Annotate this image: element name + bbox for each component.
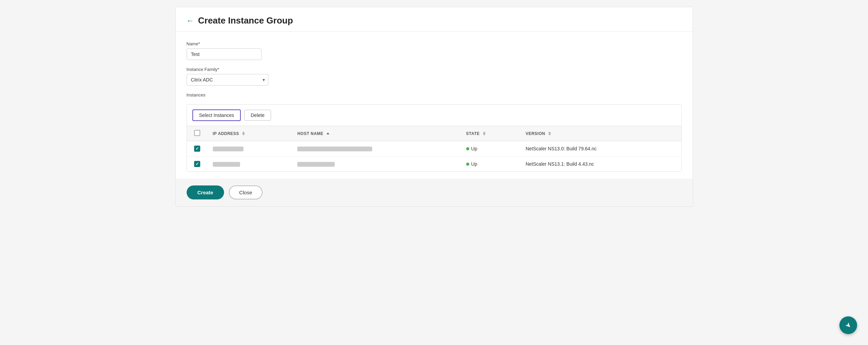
row2-ip — [207, 156, 292, 172]
row1-ip — [207, 141, 292, 156]
back-button[interactable]: ← — [187, 17, 194, 25]
select-all-checkbox[interactable] — [194, 130, 200, 136]
th-state: STATE — [461, 126, 520, 141]
row1-state: Up — [461, 141, 520, 156]
row2-hostname-blurred — [297, 162, 335, 167]
name-label: Name* — [187, 41, 682, 46]
row2-state: Up — [461, 156, 520, 172]
status-up-dot-2 — [466, 163, 469, 166]
status-up-label: Up — [471, 146, 477, 151]
th-checkbox — [187, 126, 207, 141]
name-input[interactable] — [187, 48, 262, 60]
th-host-name: HOST NAME — [292, 126, 460, 141]
table-row: Up NetScaler NS13.0: Build 79.64.nc — [187, 141, 681, 156]
row1-checkbox[interactable] — [194, 146, 200, 152]
row1-ip-blurred — [213, 147, 243, 151]
row1-version: NetScaler NS13.0: Build 79.64.nc — [520, 141, 681, 156]
page-container: ← Create Instance Group Name* Instance F… — [175, 7, 693, 207]
row2-hostname — [292, 156, 460, 172]
instance-family-label: Instance Family* — [187, 67, 682, 72]
fab-navigation-button[interactable]: ➤ — [839, 316, 857, 334]
instances-section: Select Instances Delete IP ADDRESS — [187, 104, 682, 172]
page-content: Name* Instance Family* Citrix ADC Citrix… — [176, 32, 693, 172]
row2-checkbox[interactable] — [194, 161, 200, 167]
instances-table-wrapper: IP ADDRESS HOST NAME — [187, 126, 681, 171]
instances-table: IP ADDRESS HOST NAME — [187, 126, 681, 171]
status-up-dot — [466, 147, 469, 150]
row1-checkbox-cell — [187, 141, 207, 156]
select-instances-button[interactable]: Select Instances — [192, 109, 241, 121]
create-button[interactable]: Create — [187, 185, 224, 199]
table-header-row: IP ADDRESS HOST NAME — [187, 126, 681, 141]
instances-toolbar: Select Instances Delete — [187, 105, 681, 126]
row1-hostname-blurred — [297, 147, 372, 151]
status-up-label-2: Up — [471, 161, 477, 167]
row2-version: NetScaler NS13.1: Build 4.43.nc — [520, 156, 681, 172]
th-version: VERSION — [520, 126, 681, 141]
hostname-sort-icon[interactable] — [327, 133, 329, 134]
instances-label: Instances — [187, 92, 682, 97]
instance-family-select-wrapper: Citrix ADC Citrix SD-WAN Citrix Gateway … — [187, 74, 268, 86]
name-form-group: Name* — [187, 41, 682, 60]
page-title: Create Instance Group — [198, 15, 293, 26]
instance-family-form-group: Instance Family* Citrix ADC Citrix SD-WA… — [187, 67, 682, 86]
th-ip-address: IP ADDRESS — [207, 126, 292, 141]
version-sort-icon[interactable] — [548, 132, 551, 135]
delete-button[interactable]: Delete — [244, 110, 271, 121]
navigation-icon: ➤ — [843, 320, 853, 330]
table-row: Up NetScaler NS13.1: Build 4.43.nc — [187, 156, 681, 172]
back-title-row: ← Create Instance Group — [187, 15, 682, 26]
instances-label-group: Instances — [187, 92, 682, 97]
state-sort-icon[interactable] — [483, 132, 486, 135]
ip-sort-icon[interactable] — [242, 132, 245, 135]
page-footer: Create Close — [176, 179, 693, 206]
row1-hostname — [292, 141, 460, 156]
row2-ip-blurred — [213, 162, 240, 167]
instance-family-select[interactable]: Citrix ADC Citrix SD-WAN Citrix Gateway — [187, 74, 268, 86]
page-header: ← Create Instance Group — [176, 7, 693, 32]
row2-checkbox-cell — [187, 156, 207, 172]
close-button[interactable]: Close — [229, 185, 262, 199]
